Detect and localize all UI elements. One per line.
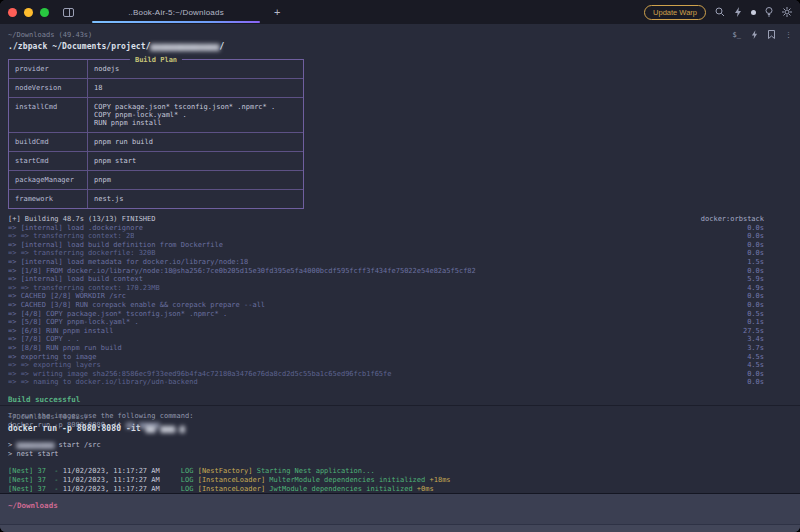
build-successful-message: Build successful	[8, 395, 792, 404]
tab-downloads[interactable]: ..Book-Air-5:~/Downloads	[92, 0, 260, 24]
docker-step-line: => [4/8] COPY package.json* tsconfig.jso…	[8, 310, 764, 319]
build-plan-key: provider	[9, 60, 87, 78]
lightning-icon[interactable]	[734, 7, 742, 17]
docker-step-line: => [internal] load build definition from…	[8, 241, 764, 250]
split-pane-icon[interactable]	[63, 8, 74, 17]
docker-build-output: [+] Building 48.7s (13/13) FINISHED dock…	[8, 215, 792, 387]
build-plan-table: Build Plan providernodejsnodeVersion18in…	[8, 59, 304, 209]
docker-step-line: => => exporting layers4.5s	[8, 361, 764, 370]
bulb-icon[interactable]	[765, 7, 773, 17]
close-window-button[interactable]	[8, 8, 17, 17]
docker-step-line: => exporting to image4.5s	[8, 353, 764, 362]
build-plan-row: packageManagerpnpm	[9, 170, 303, 189]
docker-step-time: 0.0s	[741, 370, 764, 379]
docker-step-time: 0.0s	[741, 301, 764, 310]
docker-step-line: => => transferring dockerfile: 320B0.0s	[8, 249, 764, 258]
zbpack-command[interactable]: ./zbpack ~/Documents/project/▆▆▆▆▆▆▆▆▆▆▆…	[8, 42, 792, 51]
zoom-window-button[interactable]	[40, 8, 49, 17]
command-input-strip[interactable]	[0, 524, 800, 532]
minimize-window-button[interactable]	[24, 8, 33, 17]
titlebar: ..Book-Air-5:~/Downloads + Update Warp	[0, 0, 800, 24]
docker-step-time: 1.5s	[741, 258, 764, 267]
build-plan-row: startCmdpnpm start	[9, 151, 303, 170]
docker-finished-line: [+] Building 48.7s (13/13) FINISHED	[8, 215, 156, 224]
docker-step-time: 0.0s	[741, 224, 764, 233]
tab-title: ..Book-Air-5:~/Downloads	[128, 8, 224, 17]
build-plan-title: Build Plan	[130, 56, 182, 64]
nest-log-line: [Nest] 37 - 11/02/2023, 11:17:27 AM LOG …	[8, 485, 792, 493]
docker-step-line: => CACHED [3/8] RUN corepack enable && c…	[8, 301, 764, 310]
build-plan-row: frameworknest.js	[9, 189, 303, 208]
terminal-prompt-icon[interactable]: $_	[733, 31, 741, 39]
command-block-zbpack: ~/Downloads (49.43s) $_ ⋮ ./zbpack ~/Doc…	[0, 24, 800, 405]
docker-step-time: 0.5s	[741, 310, 764, 319]
build-plan-key: buildCmd	[9, 133, 87, 151]
docker-step-line: => => transferring context: 2B0.0s	[8, 232, 764, 241]
build-plan-value: pnpm	[87, 171, 303, 189]
docker-step-time: 0.0s	[741, 378, 764, 387]
new-tab-button[interactable]: +	[274, 6, 280, 18]
search-icon[interactable]	[715, 7, 725, 17]
build-plan-row: buildCmdpnpm run build	[9, 132, 303, 151]
docker-step-line: => [internal] load build context5.9s	[8, 275, 764, 284]
build-plan-value: pnpm start	[87, 152, 303, 170]
docker-step-line: => [internal] load .dockerignore0.0s	[8, 224, 764, 233]
docker-step-line: => [1/8] FROM docker.io/library/node:18@…	[8, 267, 764, 276]
build-plan-value: nodejs	[87, 60, 303, 78]
command-block-docker-run: ~/Downloads (6.88s) docker run -p 8080:8…	[0, 405, 800, 493]
update-warp-button[interactable]: Update Warp	[644, 5, 706, 20]
docker-step-time: 3.7s	[741, 344, 764, 353]
docker-step-time: 5.9s	[741, 275, 764, 284]
build-plan-key: startCmd	[9, 152, 87, 170]
docker-step-time: 0.0s	[741, 249, 764, 258]
docker-context-label: docker:orbstack	[701, 215, 764, 224]
docker-step-line: => CACHED [2/8] WORKDIR /src0.0s	[8, 292, 764, 301]
build-plan-key: packageManager	[9, 171, 87, 189]
build-plan-key: framework	[9, 190, 87, 208]
current-prompt-block[interactable]: ~/Downloads	[0, 493, 800, 532]
docker-step-time: 0.1s	[741, 318, 764, 327]
build-plan-row: nodeVersion18	[9, 78, 303, 97]
terminal-area: ~/Downloads (49.43s) $_ ⋮ ./zbpack ~/Doc…	[0, 24, 800, 532]
docker-step-line: => [5/8] COPY pnpm-lock.yaml* .0.1s	[8, 318, 764, 327]
build-plan-key: nodeVersion	[9, 79, 87, 97]
warp-terminal-window: ..Book-Air-5:~/Downloads + Update Warp	[0, 0, 800, 532]
docker-step-time: 27.5s	[737, 327, 764, 336]
bolt-icon[interactable]	[751, 30, 758, 39]
docker-step-line: => [8/8] RUN pnpm run build3.7s	[8, 344, 764, 353]
nest-start-line: > nest start	[8, 450, 792, 459]
nest-log-line: [Nest] 37 - 11/02/2023, 11:17:27 AM LOG …	[8, 476, 792, 485]
build-plan-value: COPY package.json* tsconfig.json* .npmrc…	[87, 98, 303, 132]
build-plan-value: 18	[87, 79, 303, 97]
docker-step-line: => [7/8] COPY . .3.4s	[8, 335, 764, 344]
docker-step-line: => => naming to docker.io/library/udn-ba…	[8, 378, 764, 387]
npm-start-line: > ▆▆▆▆▆▆▆▆▆ start /src	[8, 441, 792, 450]
active-tab-underline	[92, 21, 260, 23]
kebab-menu-icon[interactable]: ⋮	[785, 31, 792, 39]
block-path-duration: ~/Downloads (6.88s)	[8, 413, 88, 421]
docker-step-time: 0.0s	[741, 267, 764, 276]
redacted-package-name: ▆▆▆▆▆▆▆▆▆	[16, 441, 54, 449]
redacted-image-name: ▆▆ ▆▆▆.▆	[146, 424, 185, 433]
block-path-duration: ~/Downloads (49.43s)	[8, 31, 92, 39]
prompt-path: ~/Downloads	[8, 499, 792, 510]
build-plan-key: installCmd	[9, 98, 87, 132]
redacted-project-name: ▆▆▆▆▆▆▆▆▆▆▆▆▆▆	[151, 42, 220, 51]
docker-step-time: 0.0s	[741, 241, 764, 250]
docker-step-line: => [internal] load metadata for docker.i…	[8, 258, 764, 267]
gear-icon[interactable]	[782, 7, 792, 17]
build-plan-value: nest.js	[87, 190, 303, 208]
docker-step-time: 4.9s	[741, 284, 764, 293]
docker-step-time: 4.5s	[741, 353, 764, 362]
docker-step-time: 0.0s	[741, 232, 764, 241]
build-plan-row: installCmdCOPY package.json* tsconfig.js…	[9, 97, 303, 132]
docker-step-line: => => transferring context: 170.23MB4.9s	[8, 284, 764, 293]
docker-step-time: 0.0s	[741, 292, 764, 301]
docker-step-line: => => writing image sha256:8586ec9f33eed…	[8, 370, 764, 379]
docker-step-time: 3.4s	[741, 335, 764, 344]
nest-log-line: [Nest] 37 - 11/02/2023, 11:17:27 AM LOG …	[8, 467, 792, 476]
bookmark-icon[interactable]	[768, 30, 775, 39]
docker-step-line: => [6/8] RUN pnpm install27.5s	[8, 327, 764, 336]
docker-step-time: 4.5s	[741, 361, 764, 370]
build-plan-value: pnpm run build	[87, 133, 303, 151]
